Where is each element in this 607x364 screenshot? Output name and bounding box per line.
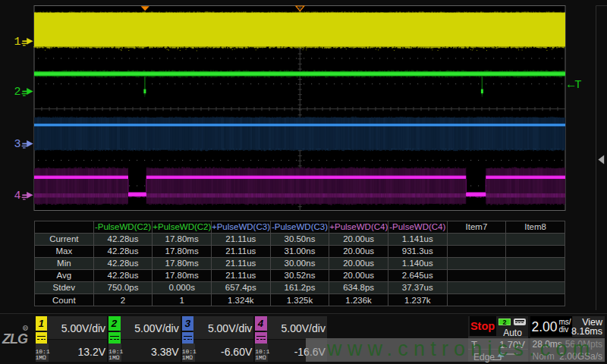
svg-text:2: 2 bbox=[14, 86, 20, 99]
svg-text:4: 4 bbox=[14, 190, 20, 202]
svg-text:1: 1 bbox=[14, 36, 20, 49]
svg-text:3: 3 bbox=[14, 138, 20, 151]
svg-text:←T: ←T bbox=[568, 78, 582, 92]
